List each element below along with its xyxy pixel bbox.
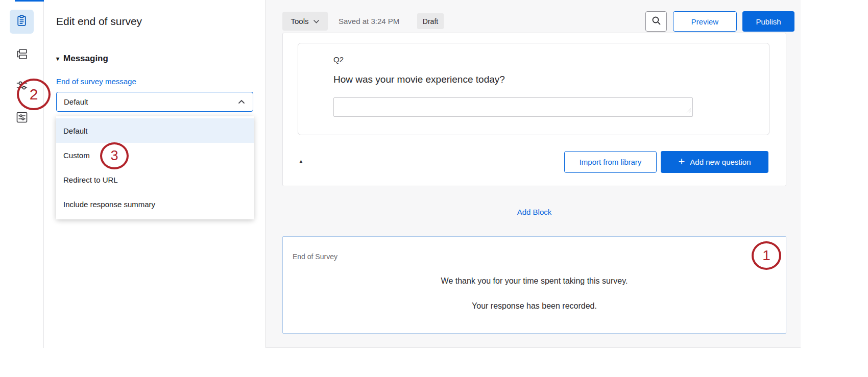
menu-option-default[interactable]: Default: [56, 118, 254, 143]
active-tab-indicator: [15, 0, 44, 2]
survey-flow-icon: [15, 47, 29, 63]
publish-button[interactable]: Publish: [742, 11, 794, 32]
chevron-down-icon: [313, 17, 320, 26]
end-of-survey-message-link[interactable]: End of survey message: [56, 77, 136, 86]
end-of-survey-label: End of Survey: [293, 253, 337, 261]
select-value: Default: [64, 97, 88, 106]
add-block-link[interactable]: Add Block: [282, 208, 786, 216]
tools-label: Tools: [291, 17, 308, 26]
annotation-circle-1: 1: [752, 241, 781, 270]
question-text[interactable]: How was your movie experience today?: [333, 74, 505, 85]
page-title: Edit end of survey: [56, 15, 142, 28]
resize-handle-icon[interactable]: [686, 106, 691, 115]
end-of-survey-message-menu: Default Custom Redirect to URL Include r…: [56, 116, 254, 219]
tools-button[interactable]: Tools: [282, 12, 328, 31]
plus-icon: +: [678, 156, 685, 167]
saved-status-text: Saved at 3:24 PM: [339, 17, 399, 26]
survey-reports-icon: [15, 111, 29, 126]
search-button[interactable]: [645, 11, 667, 32]
sidebar-item-survey-flow[interactable]: [10, 43, 34, 67]
messaging-section-label: Messaging: [63, 54, 108, 64]
add-new-question-button[interactable]: + Add new question: [661, 151, 768, 173]
search-icon: [652, 16, 661, 28]
preview-button[interactable]: Preview: [673, 11, 737, 32]
end-of-survey-message-line1: We thank you for your time spent taking …: [282, 277, 786, 286]
add-new-question-label: Add new question: [690, 158, 751, 166]
messaging-section-header[interactable]: ▾ Messaging: [56, 54, 108, 64]
question-id-label: Q2: [333, 55, 344, 64]
messaging-caret-icon: ▾: [56, 55, 59, 62]
end-of-survey-message-line2: Your response has been recorded.: [282, 301, 786, 311]
survey-editor-screen: Edit end of survey ▾ Messaging End of su…: [0, 0, 868, 377]
annotation-circle-2: 2: [17, 79, 51, 110]
menu-option-redirect-to-url[interactable]: Redirect to URL: [56, 167, 254, 192]
left-icon-rail: [0, 0, 44, 348]
menu-option-include-response-summary[interactable]: Include response summary: [56, 192, 254, 216]
chevron-up-icon: [237, 97, 246, 106]
import-from-library-button[interactable]: Import from library: [564, 151, 657, 173]
answer-textarea[interactable]: [333, 97, 693, 117]
question-card[interactable]: [298, 43, 769, 135]
collapse-block-button[interactable]: ▲: [295, 155, 307, 167]
draft-status-badge: Draft: [417, 13, 444, 29]
end-of-survey-message-select[interactable]: Default: [56, 92, 253, 112]
sidebar-item-survey-builder[interactable]: [10, 10, 34, 34]
annotation-circle-3: 3: [100, 142, 129, 169]
menu-option-custom[interactable]: Custom: [56, 143, 254, 167]
survey-builder-icon: [15, 14, 28, 29]
